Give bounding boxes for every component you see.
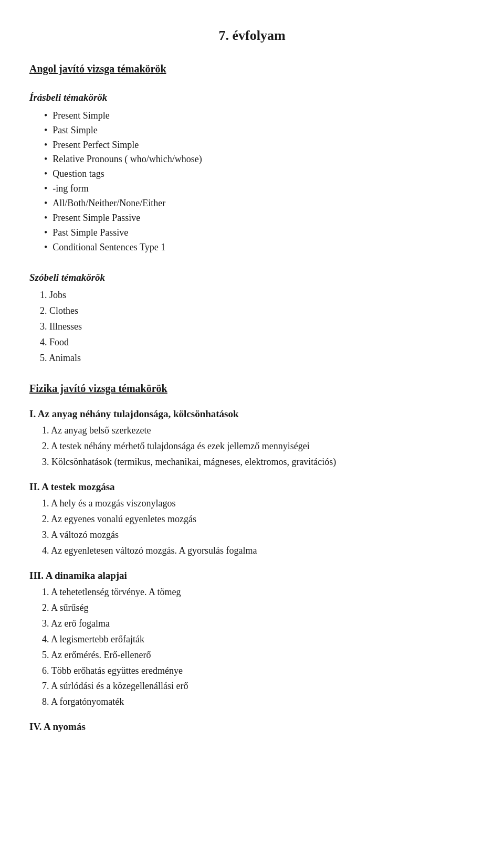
list-item: 5. Animals	[40, 351, 475, 366]
list-item: Present Simple	[44, 109, 475, 123]
szobeli-block: Szóbeli témakörök 1. Jobs2. Clothes3. Il…	[29, 270, 475, 366]
page-title: 7. évfolyam	[29, 25, 475, 46]
angol-heading: Angol javító vizsga témakörök	[29, 61, 475, 77]
list-item: 3. Kölcsönhatások (termikus, mechanikai,…	[42, 455, 475, 470]
irasbeli-block: Írásbeli témakörök Present SimplePast Si…	[29, 90, 475, 255]
fizika-heading: Fizika javító vizsga témakörök	[29, 380, 475, 397]
chapter-items: 1. A hely és a mozgás viszonylagos2. Az …	[29, 496, 475, 558]
list-item: 3. Illnesses	[40, 320, 475, 334]
chapter-items: 1. Az anyag belső szerkezete2. A testek …	[29, 424, 475, 470]
list-item: 2. Clothes	[40, 304, 475, 319]
irasbeli-heading: Írásbeli témakörök	[29, 90, 475, 105]
list-item: 4. Food	[40, 335, 475, 350]
list-item: Question tags	[44, 167, 475, 182]
list-item: Relative Pronouns ( who/which/whose)	[44, 152, 475, 167]
list-item: Present Perfect Simple	[44, 138, 475, 153]
chapter-heading: IV. A nyomás	[29, 719, 475, 734]
fizika-chapter: II. A testek mozgása1. A hely és a mozgá…	[29, 479, 475, 558]
list-item: 2. Az egyenes vonalú egyenletes mozgás	[42, 512, 475, 527]
list-item: 4. Az egyenletesen változó mozgás. A gyo…	[42, 544, 475, 558]
fizika-section: Fizika javító vizsga témakörök I. Az any…	[29, 380, 475, 735]
list-item: 5. Az erőmérés. Erő-ellenerő	[42, 648, 475, 663]
list-item: 7. A súrlódási és a közegellenállási erő	[42, 679, 475, 694]
chapter-items: 1. A tehetetlenség törvénye. A tömeg2. A…	[29, 585, 475, 710]
list-item: 1. A tehetetlenség törvénye. A tömeg	[42, 585, 475, 600]
fizika-chapter: IV. A nyomás	[29, 719, 475, 734]
list-item: Conditional Sentences Type 1	[44, 240, 475, 255]
chapter-heading: II. A testek mozgása	[29, 479, 475, 494]
list-item: 2. A sűrűség	[42, 601, 475, 616]
list-item: All/Both/Neither/None/Either	[44, 196, 475, 211]
list-item: 8. A forgatónyomaték	[42, 695, 475, 710]
list-item: 3. A változó mozgás	[42, 528, 475, 543]
fizika-chapter: I. Az anyag néhány tulajdonsága, kölcsön…	[29, 406, 475, 470]
list-item: -ing form	[44, 182, 475, 196]
fizika-chapter: III. A dinamika alapjai1. A tehetetlensé…	[29, 568, 475, 710]
list-item: 3. Az erő fogalma	[42, 617, 475, 631]
chapter-heading: III. A dinamika alapjai	[29, 568, 475, 583]
irasbeli-list: Present SimplePast SimplePresent Perfect…	[29, 109, 475, 255]
szobeli-list: 1. Jobs2. Clothes3. Illnesses4. Food5. A…	[29, 288, 475, 365]
list-item: Past Simple Passive	[44, 226, 475, 240]
chapter-heading: I. Az anyag néhány tulajdonsága, kölcsön…	[29, 406, 475, 421]
list-item: Present Simple Passive	[44, 211, 475, 226]
szobeli-heading: Szóbeli témakörök	[29, 270, 475, 285]
list-item: 6. Több erőhatás együttes eredménye	[42, 664, 475, 679]
list-item: 2. A testek néhány mérhető tulajdonsága …	[42, 439, 475, 454]
fizika-chapters: I. Az anyag néhány tulajdonsága, kölcsön…	[29, 406, 475, 735]
list-item: 1. A hely és a mozgás viszonylagos	[42, 496, 475, 511]
list-item: 1. Az anyag belső szerkezete	[42, 424, 475, 438]
list-item: 1. Jobs	[40, 288, 475, 303]
list-item: Past Simple	[44, 123, 475, 138]
angol-section: Angol javító vizsga témakörök Írásbeli t…	[29, 61, 475, 365]
list-item: 4. A legismertebb erőfajták	[42, 632, 475, 647]
